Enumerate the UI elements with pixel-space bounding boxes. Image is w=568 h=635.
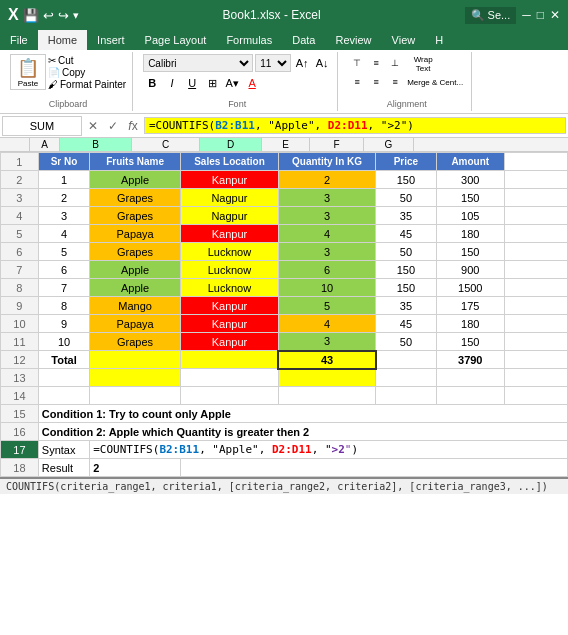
tab-insert[interactable]: Insert — [87, 30, 135, 50]
name-box[interactable] — [2, 116, 82, 136]
cell-E11[interactable]: 50 — [376, 333, 437, 351]
cell-E3[interactable]: 50 — [376, 189, 437, 207]
cell-E7[interactable]: 150 — [376, 261, 437, 279]
tab-page-layout[interactable]: Page Layout — [135, 30, 217, 50]
copy-button[interactable]: 📄Copy — [48, 67, 126, 78]
decrease-font-button[interactable]: A↓ — [313, 54, 331, 72]
cell-A6[interactable]: 5 — [38, 243, 89, 261]
cell-E5[interactable]: 45 — [376, 225, 437, 243]
fill-color-button[interactable]: A▾ — [223, 74, 241, 92]
cell-F5[interactable]: 180 — [436, 225, 504, 243]
cell-D12[interactable]: 43 — [278, 351, 375, 369]
cell-E6[interactable]: 50 — [376, 243, 437, 261]
cell-D9[interactable]: 5 — [278, 297, 375, 315]
cell-B9[interactable]: Mango — [90, 297, 181, 315]
align-middle-button[interactable]: ≡ — [367, 54, 385, 72]
cell-A14[interactable] — [38, 387, 89, 405]
tab-view[interactable]: View — [382, 30, 426, 50]
cell-E2[interactable]: 150 — [376, 171, 437, 189]
cell-A4[interactable]: 3 — [38, 207, 89, 225]
cell-C9[interactable]: Kanpur — [181, 297, 279, 315]
tab-formulas[interactable]: Formulas — [216, 30, 282, 50]
cell-A5[interactable]: 4 — [38, 225, 89, 243]
italic-button[interactable]: I — [163, 74, 181, 92]
align-right-button[interactable]: ≡ — [386, 73, 404, 91]
cell-B13[interactable] — [90, 369, 181, 387]
cell-E10[interactable]: 45 — [376, 315, 437, 333]
formula-input[interactable]: =COUNTIFS(B2:B11, "Apple", D2:D11, ">2") — [144, 117, 566, 134]
cell-C11[interactable]: Kanpur — [181, 333, 279, 351]
cell-F6[interactable]: 150 — [436, 243, 504, 261]
cell-D2[interactable]: 2 — [278, 171, 375, 189]
cell-B11[interactable]: Grapes — [90, 333, 181, 351]
increase-font-button[interactable]: A↑ — [293, 54, 311, 72]
cut-button[interactable]: ✂Cut — [48, 55, 126, 66]
cell-C13[interactable] — [181, 369, 279, 387]
cell-D10[interactable]: 4 — [278, 315, 375, 333]
cell-F4[interactable]: 105 — [436, 207, 504, 225]
cell-F14[interactable] — [436, 387, 504, 405]
cell-E9[interactable]: 35 — [376, 297, 437, 315]
cell-B10[interactable]: Papaya — [90, 315, 181, 333]
cell-C14[interactable] — [181, 387, 279, 405]
cell-syntax-formula[interactable]: =COUNTIFS(B2:B11, "Apple", D2:D11, ">2") — [90, 441, 568, 459]
cell-D8[interactable]: 10 — [278, 279, 375, 297]
confirm-formula-button[interactable]: ✓ — [104, 116, 122, 136]
minimize-icon[interactable]: ─ — [522, 8, 531, 22]
wrap-text-button[interactable]: Wrap Text — [405, 54, 441, 72]
merge-center-button[interactable]: Merge & Cent... — [405, 73, 465, 91]
undo-icon[interactable]: ↩ — [43, 8, 54, 23]
cell-C3[interactable]: Nagpur — [181, 189, 279, 207]
align-center-button[interactable]: ≡ — [367, 73, 385, 91]
border-button[interactable]: ⊞ — [203, 74, 221, 92]
cell-B5[interactable]: Papaya — [90, 225, 181, 243]
redo-icon[interactable]: ↪ — [58, 8, 69, 23]
cell-B2[interactable]: Apple — [90, 171, 181, 189]
cell-F2[interactable]: 300 — [436, 171, 504, 189]
cell-D13[interactable] — [278, 369, 375, 387]
cell-F7[interactable]: 900 — [436, 261, 504, 279]
cell-A9[interactable]: 8 — [38, 297, 89, 315]
cell-C10[interactable]: Kanpur — [181, 315, 279, 333]
cell-A13[interactable] — [38, 369, 89, 387]
cell-B1[interactable]: Fruits Name — [90, 153, 181, 171]
cell-D3[interactable]: 3 — [278, 189, 375, 207]
cell-C7[interactable]: Lucknow — [181, 261, 279, 279]
insert-function-button[interactable]: fx — [124, 116, 142, 136]
cell-B14[interactable] — [90, 387, 181, 405]
cell-E8[interactable]: 150 — [376, 279, 437, 297]
cell-C6[interactable]: Lucknow — [181, 243, 279, 261]
cell-F1[interactable]: Amount — [436, 153, 504, 171]
cell-C12[interactable] — [181, 351, 279, 369]
tab-home[interactable]: Home — [38, 30, 87, 50]
cell-C4[interactable]: Nagpur — [181, 207, 279, 225]
font-name-select[interactable]: Calibri — [143, 54, 253, 72]
maximize-icon[interactable]: □ — [537, 8, 544, 22]
font-color-button[interactable]: A — [243, 74, 261, 92]
cell-F10[interactable]: 180 — [436, 315, 504, 333]
cell-B12[interactable] — [90, 351, 181, 369]
cell-E12[interactable] — [376, 351, 437, 369]
align-top-button[interactable]: ⊤ — [348, 54, 366, 72]
cell-A10[interactable]: 9 — [38, 315, 89, 333]
cell-F8[interactable]: 1500 — [436, 279, 504, 297]
cell-C1[interactable]: Sales Location — [181, 153, 279, 171]
align-left-button[interactable]: ≡ — [348, 73, 366, 91]
cell-F3[interactable]: 150 — [436, 189, 504, 207]
cell-D7[interactable]: 6 — [278, 261, 375, 279]
tab-data[interactable]: Data — [282, 30, 325, 50]
cell-F11[interactable]: 150 — [436, 333, 504, 351]
cell-D1[interactable]: Quantity In KG — [278, 153, 375, 171]
cell-B6[interactable]: Grapes — [90, 243, 181, 261]
cell-C8[interactable]: Lucknow — [181, 279, 279, 297]
cell-A11[interactable]: 10 — [38, 333, 89, 351]
cell-F13[interactable] — [436, 369, 504, 387]
cell-A1[interactable]: Sr No — [38, 153, 89, 171]
cell-D14[interactable] — [278, 387, 375, 405]
cell-D4[interactable]: 3 — [278, 207, 375, 225]
save-icon[interactable]: 💾 — [23, 8, 39, 23]
align-bottom-button[interactable]: ⊥ — [386, 54, 404, 72]
cell-F9[interactable]: 175 — [436, 297, 504, 315]
cell-B7[interactable]: Apple — [90, 261, 181, 279]
cell-C5[interactable]: Kanpur — [181, 225, 279, 243]
